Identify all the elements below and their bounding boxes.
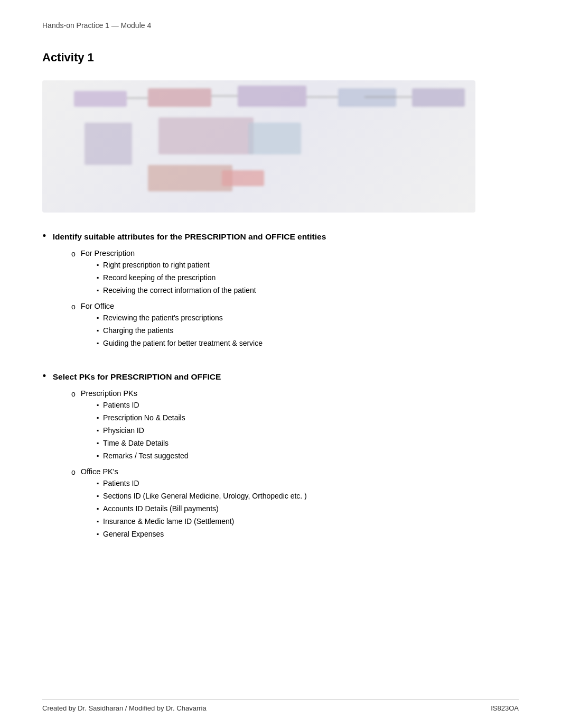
rx-pk-bullet-3: ▪: [97, 427, 99, 435]
rx-pk-bullet-2: ▪: [97, 414, 99, 422]
sub-item-o-prescription: o: [71, 250, 76, 258]
office-pk-text-1: Patients ID: [103, 478, 139, 489]
rx-pk-item-4: ▪ Time & Date Details: [97, 438, 519, 449]
sub-item-o-rx-pks: o: [71, 390, 76, 398]
diagram-node-7: [158, 117, 254, 154]
rx-pk-text-1: Patients ID: [103, 400, 139, 411]
sub-sub-list-office: ▪ Reviewing the patient's prescriptions …: [97, 312, 519, 351]
sub-item-label-office-pks: Office PK's: [81, 467, 519, 476]
office-pk-item-1: ▪ Patients ID: [97, 478, 519, 489]
office-pk-bullet-4: ▪: [97, 518, 99, 526]
sub-sub-bullet-o3: ▪: [97, 339, 99, 347]
rx-pk-text-2: Prescription No & Details: [103, 412, 185, 423]
diagram-node-6: [85, 123, 132, 165]
diagram-node-8: [148, 165, 232, 191]
sub-item-o-office: o: [71, 302, 76, 311]
office-pk-text-4: Insurance & Medic lame ID (Settlement): [103, 516, 234, 527]
sub-item-o-office-pks: o: [71, 468, 76, 476]
office-pk-bullet-1: ▪: [97, 480, 99, 487]
main-bullet-text-2: Select PKs for PRESCRIPTION and OFFICE: [53, 371, 221, 383]
sub-item-label-prescription: For Prescription: [81, 249, 519, 257]
sub-sub-list-rx-pks: ▪ Patients ID ▪ Prescription No & Detail…: [97, 400, 519, 463]
rx-pk-text-4: Time & Date Details: [103, 438, 169, 449]
sub-item-office: o For Office ▪ Reviewing the patient's p…: [71, 302, 519, 353]
sub-item-office-pks: o Office PK's ▪ Patients ID ▪ Sections I…: [71, 467, 519, 543]
rx-pk-item-5: ▪ Remarks / Test suggested: [97, 450, 519, 462]
prescription-item-3: ▪ Receiving the correct information of t…: [97, 285, 519, 296]
rx-pk-text-3: Physician ID: [103, 425, 144, 436]
office-pk-text-5: General Expenses: [103, 529, 164, 540]
prescription-text-2: Record keeping of the prescription: [103, 272, 216, 283]
rx-pk-item-1: ▪ Patients ID: [97, 400, 519, 411]
office-text-2: Charging the patients: [103, 325, 173, 336]
diagram-node-1: [74, 91, 127, 107]
main-bullet-1: • Identify suitable attributes for the P…: [42, 231, 519, 243]
office-pk-bullet-2: ▪: [97, 492, 99, 500]
main-bullet-dot-1: •: [42, 229, 46, 243]
footer-left: Created by Dr. Sasidharan / Modified by …: [42, 704, 207, 712]
office-item-1: ▪ Reviewing the patient's prescriptions: [97, 312, 519, 324]
office-pk-item-2: ▪ Sections ID (Like General Medicine, Ur…: [97, 491, 519, 502]
activity-title: Activity 1: [42, 51, 519, 64]
sub-sub-bullet-o2: ▪: [97, 327, 99, 335]
sub-item-label-rx-pks: Prescription PKs: [81, 389, 519, 398]
rx-pk-text-5: Remarks / Test suggested: [103, 450, 189, 462]
sub-item-label-office: For Office: [81, 302, 519, 310]
sub-sub-bullet-3: ▪: [97, 287, 99, 294]
main-bullet-dot-2: •: [42, 369, 46, 383]
sub-item-prescription: o For Prescription ▪ Right prescription …: [71, 249, 519, 300]
main-bullet-text-1: Identify suitable attributes for the PRE…: [53, 231, 326, 243]
sub-list-2: o Prescription PKs ▪ Patients ID ▪ Presc…: [71, 389, 519, 543]
office-pk-text-3: Accounts ID Details (Bill payments): [103, 503, 219, 514]
diagram-node-9: [248, 123, 301, 154]
bullet-section-2: • Select PKs for PRESCRIPTION and OFFICE…: [42, 371, 519, 543]
diagram-node-3: [238, 86, 306, 107]
sub-list-1: o For Prescription ▪ Right prescription …: [71, 249, 519, 353]
main-bullet-2: • Select PKs for PRESCRIPTION and OFFICE: [42, 371, 519, 383]
office-item-2: ▪ Charging the patients: [97, 325, 519, 336]
rx-pk-item-3: ▪ Physician ID: [97, 425, 519, 436]
office-pk-item-5: ▪ General Expenses: [97, 529, 519, 540]
diagram-node-5: [412, 88, 465, 107]
diagram-inner: [42, 80, 475, 213]
diagram-arrow-2: [211, 95, 238, 97]
prescription-text-3: Receiving the correct information of the…: [103, 285, 256, 296]
page-footer: Created by Dr. Sasidharan / Modified by …: [42, 699, 519, 712]
page-container: Hands-on Practice 1 — Module 4 Activity …: [0, 0, 561, 728]
diagram-arrow-4: [364, 96, 412, 98]
sub-sub-list-office-pks: ▪ Patients ID ▪ Sections ID (Like Genera…: [97, 478, 519, 541]
office-text-1: Reviewing the patient's prescriptions: [103, 312, 223, 324]
rx-pk-bullet-5: ▪: [97, 452, 99, 460]
sub-sub-list-prescription: ▪ Right prescription to right patient ▪ …: [97, 260, 519, 298]
diagram-arrow-3: [306, 96, 338, 98]
sub-sub-bullet-1: ▪: [97, 261, 99, 269]
prescription-text-1: Right prescription to right patient: [103, 260, 210, 271]
rx-pk-bullet-1: ▪: [97, 401, 99, 409]
diagram-node-2: [148, 88, 211, 107]
diagram-node-10: [222, 170, 264, 186]
sub-sub-bullet-o1: ▪: [97, 314, 99, 322]
office-pk-text-2: Sections ID (Like General Medicine, Urol…: [103, 491, 307, 502]
diagram-arrow-1: [127, 97, 148, 99]
office-pk-item-4: ▪ Insurance & Medic lame ID (Settlement): [97, 516, 519, 527]
header-line: Hands-on Practice 1 — Module 4: [42, 21, 519, 30]
sub-sub-bullet-2: ▪: [97, 274, 99, 282]
rx-pk-bullet-4: ▪: [97, 439, 99, 447]
sub-item-prescription-pks: o Prescription PKs ▪ Patients ID ▪ Presc…: [71, 389, 519, 465]
office-text-3: Guiding the patient for better treatment…: [103, 338, 263, 349]
office-item-3: ▪ Guiding the patient for better treatme…: [97, 338, 519, 349]
rx-pk-item-2: ▪ Prescription No & Details: [97, 412, 519, 423]
office-pk-item-3: ▪ Accounts ID Details (Bill payments): [97, 503, 519, 514]
bullet-section-1: • Identify suitable attributes for the P…: [42, 231, 519, 353]
diagram-area: [42, 80, 475, 213]
office-pk-bullet-3: ▪: [97, 505, 99, 513]
prescription-item-1: ▪ Right prescription to right patient: [97, 260, 519, 271]
prescription-item-2: ▪ Record keeping of the prescription: [97, 272, 519, 283]
office-pk-bullet-5: ▪: [97, 530, 99, 538]
footer-right: IS823OA: [491, 704, 519, 712]
